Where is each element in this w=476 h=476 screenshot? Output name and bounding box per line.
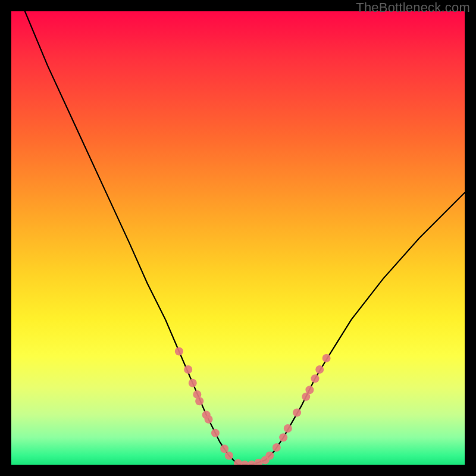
plot-area xyxy=(11,11,465,465)
marker-point xyxy=(211,429,220,437)
marker-point xyxy=(284,424,292,433)
marker-point xyxy=(315,365,324,374)
plot-svg xyxy=(11,11,465,465)
chart-canvas: TheBottleneck.com xyxy=(0,0,476,476)
marker-point xyxy=(205,415,213,424)
bottleneck-curve xyxy=(25,11,465,465)
marker-point xyxy=(293,408,301,416)
highlighted-points xyxy=(175,347,331,465)
marker-point xyxy=(322,354,331,362)
marker-point xyxy=(273,443,281,452)
marker-point xyxy=(265,452,274,460)
marker-point xyxy=(184,365,192,374)
marker-point xyxy=(195,397,203,405)
marker-point xyxy=(311,374,320,383)
marker-point xyxy=(175,347,183,356)
marker-point xyxy=(279,433,287,441)
marker-point xyxy=(220,444,228,453)
marker-point xyxy=(305,386,314,394)
marker-point xyxy=(225,452,233,460)
marker-point xyxy=(189,379,197,387)
watermark-text: TheBottleneck.com xyxy=(356,0,470,15)
